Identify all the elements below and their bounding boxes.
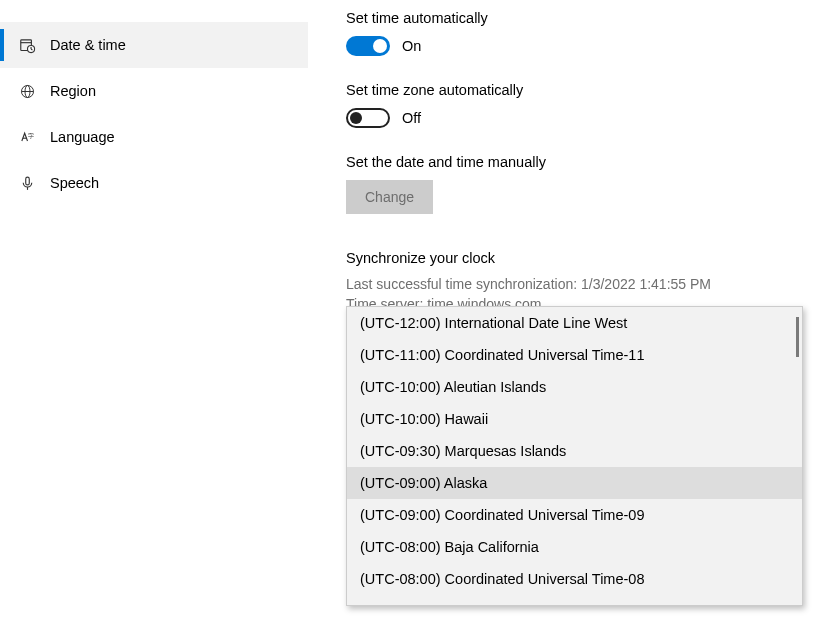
sidebar-item-label: Speech	[50, 175, 99, 191]
scrollbar-thumb[interactable]	[796, 317, 799, 357]
synchronize-clock-heading: Synchronize your clock	[346, 250, 800, 266]
timezone-option[interactable]: (UTC-08:00) Coordinated Universal Time-0…	[347, 563, 802, 595]
timezone-option[interactable]: (UTC-12:00) International Date Line West	[347, 307, 802, 339]
svg-text:字: 字	[27, 131, 33, 138]
sidebar-item-speech[interactable]: Speech	[0, 160, 308, 206]
globe-icon	[18, 82, 36, 100]
sidebar-item-region[interactable]: Region	[0, 68, 308, 114]
timezone-option[interactable]: (UTC-09:00) Alaska	[347, 467, 802, 499]
sidebar-item-language[interactable]: 字 Language	[0, 114, 308, 160]
last-sync-text: Last successful time synchronization: 1/…	[346, 276, 800, 292]
sidebar: Date & time Region 字 Language	[0, 0, 308, 638]
sidebar-item-label: Language	[50, 129, 115, 145]
timezone-option[interactable]: (UTC-09:00) Coordinated Universal Time-0…	[347, 499, 802, 531]
toggle-state-text: On	[402, 38, 421, 54]
set-time-automatically-label: Set time automatically	[346, 10, 800, 26]
svg-rect-10	[25, 177, 29, 185]
sidebar-item-label: Region	[50, 83, 96, 99]
sidebar-item-date-time[interactable]: Date & time	[0, 22, 308, 68]
timezone-option[interactable]: (UTC-08:00) Baja California	[347, 531, 802, 563]
timezone-option[interactable]: (UTC-10:00) Hawaii	[347, 403, 802, 435]
timezone-dropdown[interactable]: (UTC-12:00) International Date Line West…	[346, 306, 803, 606]
change-button[interactable]: Change	[346, 180, 433, 214]
microphone-icon	[18, 174, 36, 192]
toggle-state-text: Off	[402, 110, 421, 126]
calendar-clock-icon	[18, 36, 36, 54]
timezone-option[interactable]: (UTC-09:30) Marquesas Islands	[347, 435, 802, 467]
timezone-dropdown-list: (UTC-12:00) International Date Line West…	[347, 307, 802, 595]
set-timezone-automatically-toggle[interactable]	[346, 108, 390, 128]
set-time-automatically-toggle[interactable]	[346, 36, 390, 56]
timezone-option[interactable]: (UTC-10:00) Aleutian Islands	[347, 371, 802, 403]
timezone-option[interactable]: (UTC-11:00) Coordinated Universal Time-1…	[347, 339, 802, 371]
set-date-time-manually-label: Set the date and time manually	[346, 154, 800, 170]
set-timezone-automatically-label: Set time zone automatically	[346, 82, 800, 98]
sidebar-item-label: Date & time	[50, 37, 126, 53]
language-icon: 字	[18, 128, 36, 146]
